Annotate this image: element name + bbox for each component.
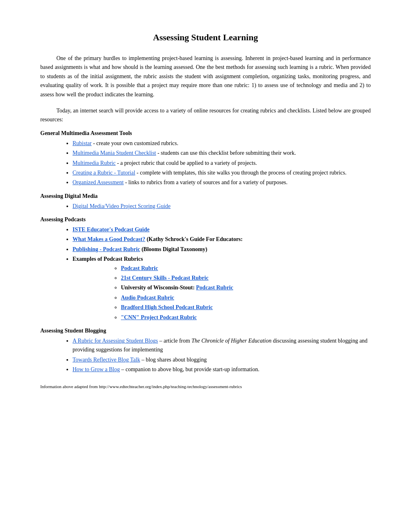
cnn-podcast-link[interactable]: "CNN" Project Podcast Rubric [121, 314, 197, 320]
sub-list-item: Bradford High School Podcast Rubric [121, 303, 371, 312]
section-general-multimedia: General Multimedia Assessment Tools Rubi… [40, 130, 371, 187]
list-item: Towards Reflective Blog Talk – blog shar… [73, 355, 371, 364]
page-container: Assessing Student Learning One of the pr… [0, 0, 411, 532]
intro-paragraph-1: One of the primary hurdles to implementi… [40, 54, 371, 99]
list-item: Multimedia Mania Student Checklist - stu… [73, 149, 371, 158]
section-heading-blogging: Assessing Student Blogging [40, 328, 371, 334]
organized-assessment-link[interactable]: Organized Assessment [73, 179, 124, 185]
section-heading-digital: Assessing Digital Media [40, 193, 371, 200]
footer-note: Information above adapted from http://ww… [40, 384, 371, 389]
rubistar-link[interactable]: Rubistar [73, 140, 91, 146]
section-heading-general: General Multimedia Assessment Tools [40, 130, 371, 137]
sub-list-item: Podcast Rubric [121, 264, 371, 273]
list-item: A Rubric for Assessing Student Blogs – a… [73, 337, 371, 355]
list-item: Organized Assessment - links to rubrics … [73, 178, 371, 187]
what-makes-podcast-link[interactable]: What Makes a Good Podcast? [73, 236, 145, 242]
blogging-list: A Rubric for Assessing Student Blogs – a… [73, 337, 371, 374]
podcast-rubrics-sublist: Podcast Rubric 21st Century Skills - Pod… [121, 264, 371, 322]
list-item: How to Grow a Blog – companion to above … [73, 365, 371, 374]
podcasts-list: ISTE Educator's Podcast Guide What Makes… [73, 225, 371, 322]
list-item: Publishing - Podcast Rubric (Blooms Digi… [73, 245, 371, 254]
list-item: Digital Media/Video Project Scoring Guid… [73, 202, 371, 211]
sub-list-item: University of Wisconsin-Stout: Podcast R… [121, 283, 371, 292]
uw-stout-podcast-link[interactable]: Podcast Rubric [196, 285, 233, 291]
list-item: ISTE Educator's Podcast Guide [73, 225, 371, 234]
iste-podcast-link[interactable]: ISTE Educator's Podcast Guide [73, 227, 149, 233]
audio-podcast-link[interactable]: Audio Podcast Rubric [121, 295, 174, 301]
list-item: Multimedia Rubric - a project rubric tha… [73, 159, 371, 168]
rubric-assessing-blogs-link[interactable]: A Rubric for Assessing Student Blogs [73, 338, 158, 344]
list-item: What Makes a Good Podcast? (Kathy Schroc… [73, 235, 371, 244]
general-multimedia-list: Rubistar - create your own customized ru… [73, 139, 371, 187]
page-title: Assessing Student Learning [40, 32, 371, 43]
digital-media-list: Digital Media/Video Project Scoring Guid… [73, 202, 371, 211]
how-to-grow-blog-link[interactable]: How to Grow a Blog [73, 366, 120, 372]
sub-list-item: Audio Podcast Rubric [121, 293, 371, 302]
podcast-rubric-link[interactable]: Podcast Rubric [121, 265, 158, 271]
list-item: Examples of Podcast Rubrics Podcast Rubr… [73, 255, 371, 322]
multimedia-rubric-link[interactable]: Multimedia Rubric [73, 160, 116, 166]
bradford-podcast-link[interactable]: Bradford High School Podcast Rubric [121, 304, 213, 310]
section-blogging: Assessing Student Blogging A Rubric for … [40, 328, 371, 374]
intro-paragraph-2: Today, an internet search will provide a… [40, 106, 371, 125]
section-heading-podcasts: Assessing Podcasts [40, 216, 371, 223]
sub-list-item: "CNN" Project Podcast Rubric [121, 313, 371, 322]
list-item: Creating a Rubric - Tutorial - complete … [73, 168, 371, 177]
section-podcasts: Assessing Podcasts ISTE Educator's Podca… [40, 216, 371, 322]
publishing-podcast-link[interactable]: Publishing - Podcast Rubric [73, 246, 140, 252]
section-digital-media: Assessing Digital Media Digital Media/Vi… [40, 193, 371, 211]
digital-media-scoring-link[interactable]: Digital Media/Video Project Scoring Guid… [73, 203, 170, 209]
towards-reflective-blog-link[interactable]: Towards Reflective Blog Talk [73, 357, 140, 363]
list-item: Rubistar - create your own customized ru… [73, 139, 371, 148]
sub-list-item: 21st Century Skills - Podcast Rubric [121, 274, 371, 283]
21st-century-podcast-link[interactable]: 21st Century Skills - Podcast Rubric [121, 275, 208, 281]
multimedia-mania-link[interactable]: Multimedia Mania Student Checklist [73, 150, 156, 156]
creating-rubric-link[interactable]: Creating a Rubric - Tutorial [73, 170, 135, 176]
